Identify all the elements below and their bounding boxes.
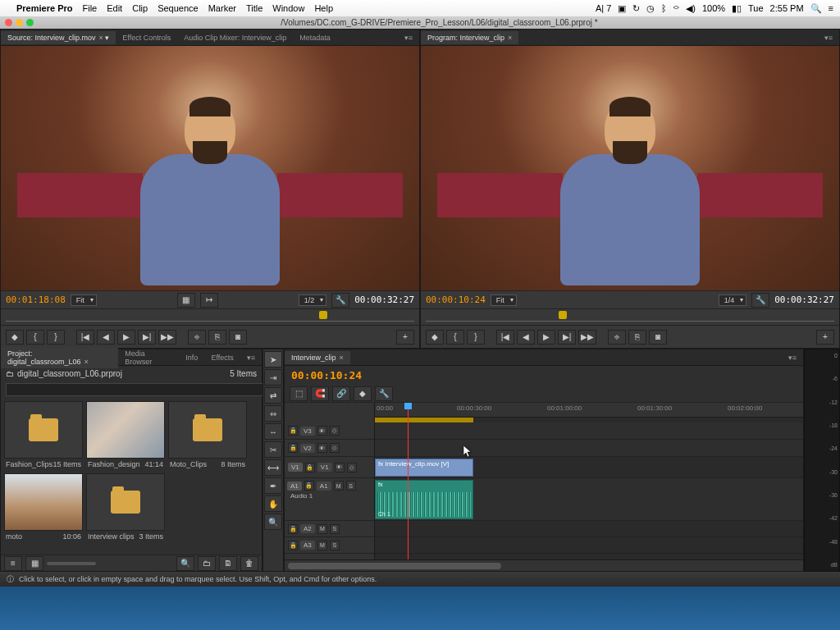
panel-menu-icon[interactable]: ▾≡	[782, 351, 803, 364]
menu-file[interactable]: File	[82, 3, 97, 13]
menu-marker[interactable]: Marker	[208, 3, 236, 13]
timeline-tracks-area[interactable]: 00:00 00:00:30:00 00:01:00:00 00:01:30:0…	[375, 403, 803, 559]
new-bin-button[interactable]: 🗀	[198, 556, 216, 571]
close-icon[interactable]: ×	[508, 34, 512, 42]
track-header-a1[interactable]: A1🔒A1MS Audio 1	[285, 478, 374, 521]
menu-sequence[interactable]: Sequence	[158, 3, 199, 13]
step-forward-button[interactable]: ▶|	[138, 330, 156, 345]
safe-margins-icon[interactable]: ▦	[177, 293, 195, 308]
go-to-in-button[interactable]: |◀	[496, 330, 514, 345]
audio-clip[interactable]: fx Ch 1	[375, 480, 473, 519]
menu-clip[interactable]: Clip	[132, 3, 148, 13]
play-button[interactable]: ▶	[537, 330, 555, 345]
settings-icon[interactable]: 🔧	[331, 293, 349, 308]
nest-sequence-button[interactable]: ⬚	[290, 386, 308, 401]
panel-menu-icon[interactable]: ▾≡	[818, 31, 839, 44]
clock-time[interactable]: 2:55 PM	[770, 3, 804, 13]
project-search-input[interactable]	[6, 383, 267, 396]
step-forward-button[interactable]: ▶|	[558, 330, 576, 345]
source-timecode-in[interactable]: 00:01:18:08	[6, 294, 66, 305]
bluetooth-icon[interactable]: ᛒ	[661, 3, 667, 13]
program-time-ruler[interactable]	[421, 308, 839, 325]
sync-icon[interactable]: ↻	[632, 3, 640, 14]
zoom-tool[interactable]: 🔍	[264, 514, 282, 530]
menu-help[interactable]: Help	[314, 3, 333, 13]
menu-window[interactable]: Window	[272, 3, 304, 13]
hand-tool[interactable]: ✋	[264, 495, 282, 512]
track-header-a2[interactable]: 🔒A2MS	[285, 521, 374, 537]
eye-icon[interactable]: 👁	[317, 443, 327, 453]
timeline-ruler[interactable]: 00:00 00:00:30:00 00:01:00:00 00:01:30:0…	[375, 403, 803, 418]
export-frame-button[interactable]: ◙	[649, 330, 667, 345]
timeline-settings-button[interactable]: 🔧	[375, 386, 393, 401]
mute-button[interactable]: M	[334, 481, 344, 491]
settings-icon[interactable]: 🔧	[751, 293, 769, 308]
selection-tool[interactable]: ➤	[264, 351, 282, 368]
track-a1[interactable]: fx Ch 1	[375, 478, 803, 521]
lock-icon[interactable]: 🔒	[304, 481, 314, 491]
snap-button[interactable]: 🧲	[311, 386, 329, 401]
insert-button[interactable]: ⎆	[188, 330, 206, 345]
rate-stretch-tool[interactable]: ↔	[264, 423, 282, 440]
mark-out-brace-button[interactable]: }	[467, 330, 485, 345]
mark-in-button[interactable]: ◆	[426, 330, 444, 345]
menu-edit[interactable]: Edit	[107, 3, 122, 13]
bin-item[interactable]: moto10:06	[4, 473, 83, 542]
razor-tool[interactable]: ✂	[264, 441, 282, 458]
bin-item[interactable]: Fashion_Clips15 Items	[4, 401, 83, 470]
slip-tool[interactable]: ⟷	[264, 459, 282, 476]
new-item-button[interactable]: 🗎	[219, 556, 237, 571]
output-icon[interactable]: ↦	[200, 293, 218, 308]
mute-button[interactable]: M	[317, 541, 327, 550]
go-to-out-button[interactable]: ▶▶	[158, 330, 176, 345]
bin-item[interactable]: Interview clips3 Items	[86, 473, 165, 542]
timeline-playhead[interactable]	[408, 403, 409, 559]
scrollbar-thumb[interactable]	[288, 563, 501, 569]
track-v3[interactable]	[375, 422, 803, 440]
tab-metadata[interactable]: Metadata	[293, 31, 337, 44]
marker-button[interactable]: ◆	[354, 386, 372, 401]
video-clip[interactable]: fx Interview_clip.mov [V]	[375, 459, 473, 477]
tab-project[interactable]: Project: digital_classroom_L06×	[1, 347, 118, 368]
lock-icon[interactable]: 🔒	[305, 463, 315, 472]
track-v2[interactable]	[375, 440, 803, 457]
program-resolution-dropdown[interactable]: 1/4	[719, 294, 747, 306]
tab-program[interactable]: Program: Interview_clip×	[421, 31, 518, 44]
camera-icon[interactable]: ▣	[618, 3, 626, 14]
button-editor-icon[interactable]: +	[816, 330, 834, 345]
eye-icon[interactable]: 👁	[317, 426, 327, 436]
tab-audio-clip-mixer[interactable]: Audio Clip Mixer: Interview_clip	[177, 31, 293, 44]
tab-source-clip[interactable]: Source: Interview_clip.mov× ▾	[1, 31, 116, 44]
close-window-button[interactable]	[5, 19, 12, 26]
solo-button[interactable]: S	[330, 524, 340, 534]
list-view-button[interactable]: ≡	[4, 556, 22, 571]
mute-button[interactable]: M	[317, 524, 327, 534]
track-header-v2[interactable]: 🔒V2👁◇	[285, 440, 374, 457]
mark-in-brace-button[interactable]: {	[446, 330, 464, 345]
timeline-scrollbar[interactable]	[285, 559, 803, 571]
tab-effects[interactable]: Effects	[204, 351, 240, 364]
bin-item[interactable]: Fashion_design41:14	[86, 401, 165, 470]
eye-icon[interactable]: 👁	[335, 463, 345, 472]
track-a2[interactable]	[375, 521, 803, 537]
delete-button[interactable]: 🗑	[240, 556, 258, 571]
volume-icon[interactable]: ◀)	[686, 3, 696, 14]
ripple-edit-tool[interactable]: ⇄	[264, 387, 282, 404]
solo-button[interactable]: S	[330, 541, 340, 550]
tab-sequence[interactable]: Interview_clip×	[285, 351, 350, 364]
playhead-marker-icon[interactable]	[559, 311, 567, 319]
tab-info[interactable]: Info	[179, 351, 204, 364]
lift-button[interactable]: ⎆	[608, 330, 626, 345]
source-resolution-dropdown[interactable]: 1/2	[299, 294, 327, 306]
menu-title[interactable]: Title	[246, 3, 262, 13]
lock-icon[interactable]: 🔒	[288, 443, 298, 453]
spotlight-icon[interactable]: 🔍	[810, 3, 822, 14]
timeline-timecode[interactable]: 00:00:10:24	[291, 369, 362, 381]
step-back-button[interactable]: ◀	[517, 330, 535, 345]
extract-button[interactable]: ⎘	[628, 330, 646, 345]
close-icon[interactable]: ×	[340, 354, 344, 362]
track-v1[interactable]: fx Interview_clip.mov [V]	[375, 457, 803, 478]
program-fit-dropdown[interactable]: Fit	[491, 294, 517, 306]
mark-in-button[interactable]: ◆	[6, 330, 24, 345]
thumbnail-size-slider[interactable]	[47, 562, 96, 565]
